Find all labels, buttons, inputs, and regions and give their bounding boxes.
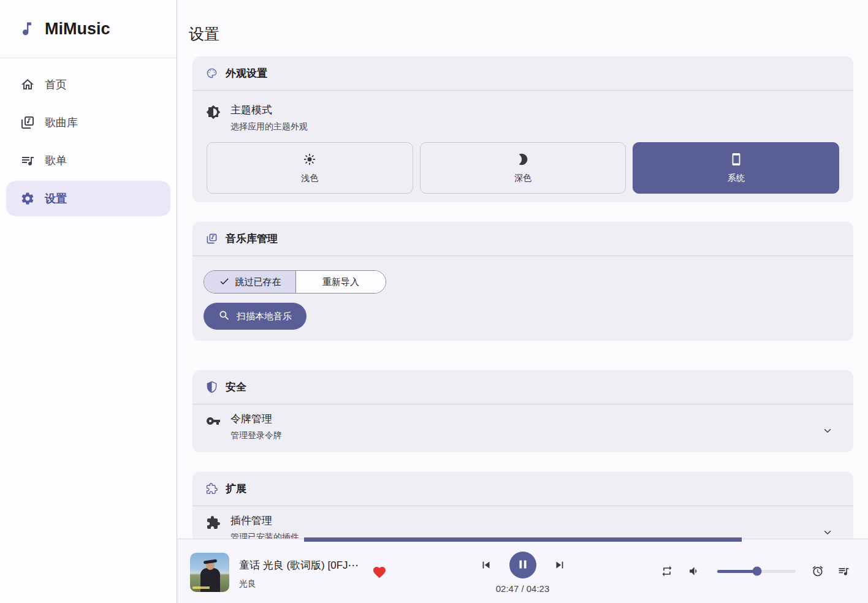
sidebar-item-playlists[interactable]: 歌单 (6, 143, 170, 178)
track-info: 童话 光良 (歌词版) [0FJ⋯ 光良 (239, 553, 369, 592)
theme-mode-row: 主题模式 选择应用的主题外观 (192, 91, 853, 132)
scan-button-label: 扫描本地音乐 (237, 311, 292, 322)
search-icon (218, 309, 230, 324)
sidebar: MiMusic 首页 歌曲库 (0, 0, 177, 603)
theme-mode-title: 主题模式 (230, 103, 308, 117)
play-queue-button[interactable] (837, 565, 850, 577)
pause-icon (516, 558, 530, 573)
secondary-controls (661, 539, 850, 603)
app-logo: MiMusic (0, 0, 177, 58)
theme-option-label: 系统 (728, 173, 745, 184)
chevron-down-icon[interactable] (822, 425, 833, 436)
security-card-title: 安全 (226, 380, 246, 394)
theme-option-label: 浅色 (301, 173, 318, 184)
token-management-title: 令牌管理 (230, 412, 282, 426)
palette-icon (206, 67, 218, 79)
appearance-card-title: 外观设置 (226, 66, 267, 80)
security-card: 安全 令牌管理 管理登录令牌 (192, 370, 853, 452)
library-music-icon (206, 233, 218, 245)
music-note-icon (18, 20, 36, 37)
volume-fill (717, 570, 757, 573)
pause-button[interactable] (509, 552, 536, 578)
library-card: 音乐库管理 跳过已存在 重新导入 扫描本地音乐 (192, 222, 853, 341)
theme-mode-subtitle: 选择应用的主题外观 (230, 121, 308, 132)
sidebar-item-label: 首页 (45, 77, 67, 92)
appearance-card: 外观设置 主题模式 选择应用的主题外观 浅色 (192, 56, 853, 202)
segment-label: 重新导入 (322, 276, 359, 288)
library-card-title: 音乐库管理 (226, 232, 278, 246)
chevron-down-icon[interactable] (822, 527, 833, 538)
sidebar-item-label: 歌曲库 (45, 115, 78, 130)
segment-skip-existing[interactable]: 跳过已存在 (204, 271, 295, 293)
shield-icon (206, 381, 218, 393)
heart-icon (372, 565, 387, 582)
page-title: 设置 (189, 24, 219, 44)
sidebar-nav: 首页 歌曲库 歌单 (0, 58, 177, 216)
theme-option-light[interactable]: 浅色 (207, 142, 413, 194)
transport-controls: 02:47 / 04:23 (479, 552, 566, 594)
smartphone-icon (729, 153, 743, 168)
security-card-header: 安全 (192, 370, 853, 404)
now-playing-info: 童话 光良 (歌词版) [0FJ⋯ 光良 (190, 553, 369, 592)
library-card-header: 音乐库管理 (192, 222, 853, 256)
sidebar-item-label: 设置 (45, 191, 67, 206)
token-management-subtitle: 管理登录令牌 (230, 430, 282, 441)
token-management-row[interactable]: 令牌管理 管理登录令牌 (192, 404, 853, 441)
import-mode-segmented: 跳过已存在 重新导入 (204, 270, 386, 294)
plugin-management-title: 插件管理 (230, 514, 299, 528)
previous-track-button[interactable] (479, 558, 493, 572)
puzzle-outline-icon (206, 483, 218, 495)
volume-button[interactable] (687, 565, 699, 577)
key-icon (206, 412, 221, 441)
volume-slider[interactable] (717, 570, 796, 573)
theme-options: 浅色 深色 系统 (207, 142, 839, 194)
check-icon (219, 276, 230, 289)
settings-gear-icon (20, 191, 35, 206)
app-title: MiMusic (45, 20, 110, 39)
time-display: 02:47 / 04:23 (479, 583, 566, 594)
home-icon (20, 77, 35, 92)
theme-option-dark[interactable]: 深色 (420, 142, 626, 194)
favorite-button[interactable] (372, 565, 387, 582)
song-title: 童话 光良 (歌词版) [0FJ⋯ (239, 558, 369, 572)
sidebar-item-label: 歌单 (45, 153, 67, 168)
theme-option-system[interactable]: 系统 (633, 142, 839, 194)
library-music-icon (20, 115, 35, 130)
brightness-icon (206, 103, 221, 132)
repeat-button[interactable] (661, 565, 673, 577)
extensions-card-title: 扩展 (226, 482, 246, 496)
sun-icon (303, 153, 316, 168)
artist-name: 光良 (239, 578, 369, 590)
segment-reimport[interactable]: 重新导入 (295, 271, 386, 293)
sidebar-item-settings[interactable]: 设置 (6, 181, 170, 216)
app-window: MiMusic 首页 歌曲库 (0, 0, 868, 603)
extensions-card-header: 扩展 (192, 472, 853, 506)
theme-option-label: 深色 (514, 173, 531, 184)
scan-local-music-button[interactable]: 扫描本地音乐 (204, 303, 306, 330)
sleep-timer-button[interactable] (812, 565, 824, 577)
album-art (190, 553, 229, 592)
player-bar: 童话 光良 (歌词版) [0FJ⋯ 光良 (177, 539, 868, 603)
next-track-button[interactable] (553, 558, 566, 572)
volume-thumb[interactable] (753, 567, 762, 576)
moon-icon (516, 153, 530, 168)
appearance-card-header: 外观设置 (192, 56, 853, 91)
settings-page: 设置 外观设置 主题模式 选择应用的主题外观 (177, 0, 868, 603)
queue-music-icon (20, 153, 35, 168)
segment-label: 跳过已存在 (235, 276, 281, 288)
sidebar-item-song-library[interactable]: 歌曲库 (6, 105, 170, 140)
sidebar-item-home[interactable]: 首页 (6, 67, 170, 102)
